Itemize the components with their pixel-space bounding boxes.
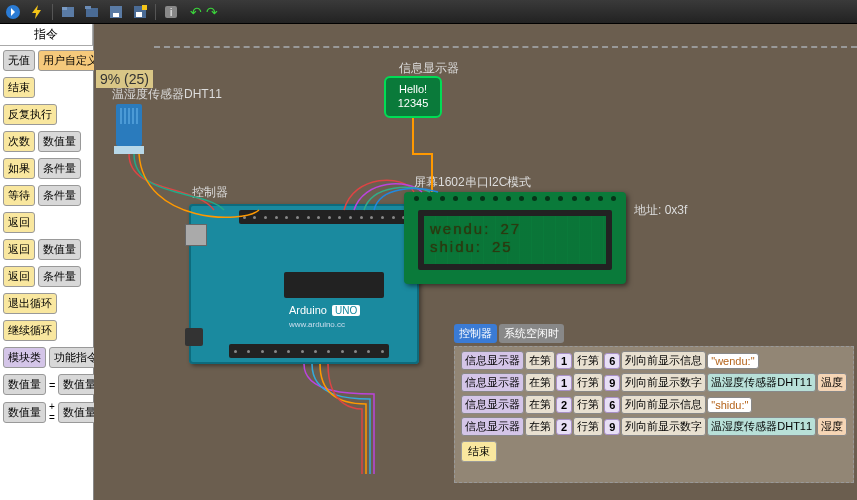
svg-rect-2 [62,7,67,10]
open-file-icon[interactable] [83,3,101,21]
chip-col6b[interactable]: 6 [604,397,620,413]
chip-rowsuf: 行第 [573,417,603,436]
block-if[interactable]: 如果 [3,158,35,179]
code-body: 信息显示器 在第 1 行第 6 列向前显示信息 "wendu:" 信息显示器 在… [454,346,854,483]
separator [155,4,156,20]
chip-col9[interactable]: 9 [604,375,620,391]
lcd-r1-label: wendu: [430,220,490,238]
note-icon[interactable] [4,3,22,21]
lcd-r2-label: shidu: [430,238,482,256]
chip-rowsuf: 行第 [573,351,603,370]
left-panel: 指令 无值用户自定义 结束 反复执行 次数数值量 如果条件量 等待条件量 返回 … [0,24,94,500]
svg-rect-9 [142,5,147,10]
arduino-usb [185,224,207,246]
lcd-module[interactable]: wendu:27 shidu:25 [404,192,626,284]
separator [52,4,53,20]
block-continue[interactable]: 继续循环 [3,320,57,341]
code-header-controller[interactable]: 控制器 [454,324,497,343]
chip-display[interactable]: 信息显示器 [461,351,524,370]
chip-rowsuf: 行第 [573,395,603,414]
chip-display[interactable]: 信息显示器 [461,395,524,414]
code-header-event[interactable]: 系统空闲时 [499,324,564,343]
pluseq-icon: + = [49,401,55,423]
canvas-divider [154,46,857,48]
arduino-headers-bottom [229,344,389,358]
chip-row2[interactable]: 2 [556,397,572,413]
block-cond3[interactable]: 条件量 [38,266,81,287]
tab-commands[interactable]: 指令 [0,24,93,45]
info-line1: Hello! [386,82,440,96]
undo-icon[interactable]: ↶ [190,4,202,20]
block-end[interactable]: 结束 [3,77,35,98]
code-header: 控制器 系统空闲时 [454,324,854,343]
chip-str-shidu[interactable]: "shidu:" [707,397,752,413]
code-line-3[interactable]: 信息显示器 在第 2 行第 6 列向前显示信息 "shidu:" [461,395,847,414]
palette: 无值用户自定义 结束 反复执行 次数数值量 如果条件量 等待条件量 返回 返回数… [0,46,93,427]
info-icon[interactable]: i [162,3,180,21]
save-icon[interactable] [107,3,125,21]
chip-showtext: 列向前显示信息 [621,351,706,370]
block-return-cond[interactable]: 返回 [3,266,35,287]
toolbar: i ↶ ↷ [0,0,857,24]
chip-showtext: 列向前显示信息 [621,395,706,414]
chip-atrow: 在第 [525,351,555,370]
block-break[interactable]: 退出循环 [3,293,57,314]
block-cond2[interactable]: 条件量 [38,185,81,206]
controller-label: 控制器 [192,184,228,201]
block-times[interactable]: 次数 [3,131,35,152]
arduino-logo-text: Arduino UNO [289,304,360,316]
chip-sensor2[interactable]: 温湿度传感器DHT11 [707,417,816,436]
code-line-4[interactable]: 信息显示器 在第 2 行第 9 列向前显示数字 温湿度传感器DHT11 湿度 [461,417,847,436]
info-line2: 12345 [386,96,440,110]
block-module[interactable]: 模块类 [3,347,46,368]
chip-row1[interactable]: 1 [556,353,572,369]
svg-rect-8 [136,12,142,17]
chip-col9b[interactable]: 9 [604,419,620,435]
lcd-pins [414,196,616,204]
chip-display[interactable]: 信息显示器 [461,417,524,436]
chip-display[interactable]: 信息显示器 [461,373,524,392]
chip-humid[interactable]: 湿度 [817,417,847,436]
code-line-2[interactable]: 信息显示器 在第 1 行第 9 列向前显示数字 温湿度传感器DHT11 温度 [461,373,847,392]
block-numval2[interactable]: 数值量 [38,239,81,260]
block-cond[interactable]: 条件量 [38,158,81,179]
svg-rect-6 [113,13,119,17]
redo-icon[interactable]: ↷ [206,4,218,20]
block-return-num[interactable]: 返回 [3,239,35,260]
block-loop[interactable]: 反复执行 [3,104,57,125]
code-line-1[interactable]: 信息显示器 在第 1 行第 6 列向前显示信息 "wendu:" [461,351,847,370]
code-panel[interactable]: 控制器 系统空闲时 信息显示器 在第 1 行第 6 列向前显示信息 "wendu… [454,324,854,483]
save-as-icon[interactable] [131,3,149,21]
svg-rect-3 [86,8,98,17]
arduino-power [185,328,203,346]
block-numval[interactable]: 数值量 [38,131,81,152]
bolt-icon[interactable] [28,3,46,21]
chip-shownum: 列向前显示数字 [621,373,706,392]
info-display[interactable]: Hello! 12345 [384,76,442,118]
new-file-icon[interactable] [59,3,77,21]
info-display-label: 信息显示器 [399,60,459,77]
chip-atrow: 在第 [525,373,555,392]
arduino-url: www.arduino.cc [289,320,345,329]
code-end[interactable]: 结束 [461,441,497,462]
chip-str-wendu[interactable]: "wendu:" [707,353,758,369]
arduino-board[interactable]: Arduino UNO www.arduino.cc [189,204,419,364]
chip-temp[interactable]: 温度 [817,373,847,392]
block-wait[interactable]: 等待 [3,185,35,206]
canvas[interactable]: 9% (25) 温湿度传感器DHT11 控制器 Arduino UNO www.… [94,24,857,500]
block-numC[interactable]: 数值量 [3,402,46,423]
lcd-screen: wendu:27 shidu:25 [418,210,612,270]
block-numA[interactable]: 数值量 [3,374,46,395]
lcd-address: 地址: 0x3f [634,202,687,219]
chip-row2b[interactable]: 2 [556,419,572,435]
dht-sensor[interactable] [116,104,142,146]
dht-label: 温湿度传感器DHT11 [112,86,222,103]
chip-sensor[interactable]: 温湿度传感器DHT11 [707,373,816,392]
chip-col6[interactable]: 6 [604,353,620,369]
arduino-headers-top [239,210,409,224]
lcd-r1-val: 27 [500,220,521,238]
lcd-label: 屏幕1602串口I2C模式 [414,174,531,191]
block-novalue[interactable]: 无值 [3,50,35,71]
chip-row1b[interactable]: 1 [556,375,572,391]
block-return[interactable]: 返回 [3,212,35,233]
